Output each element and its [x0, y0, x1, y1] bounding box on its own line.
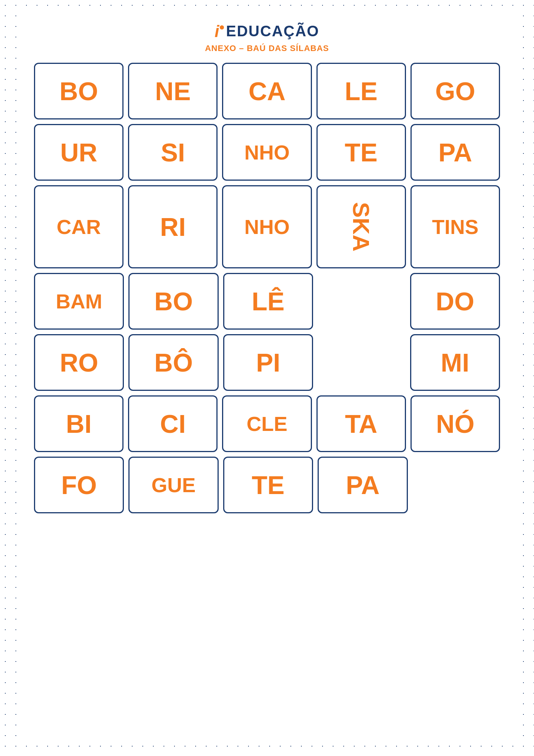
syllable-do: DO	[436, 288, 474, 314]
syllable-te2: TE	[252, 472, 285, 498]
syllable-ska: SKA	[349, 202, 373, 252]
card-bo2: BO	[128, 273, 218, 330]
card-nho1: NHO	[222, 124, 312, 181]
card-ca: CA	[222, 63, 312, 119]
syllable-le2: LÊ	[252, 288, 285, 314]
card-cle: CLE	[222, 395, 312, 452]
card-do: DO	[410, 273, 500, 330]
syllable-mi: MI	[441, 350, 469, 375]
syllable-ri: RI	[160, 214, 186, 240]
card-ri: RI	[128, 185, 218, 268]
syllable-te1: TE	[345, 139, 378, 165]
logo-icon: i	[215, 23, 224, 40]
logo-i-dot	[220, 25, 224, 29]
row-6: BI CI CLE TA NÓ	[34, 395, 500, 452]
syllable-pa1: PA	[438, 139, 472, 165]
row-1: BO NE CA LE GO	[34, 63, 500, 119]
syllable-bo2: BO	[154, 288, 193, 314]
syllable-pa2: PA	[346, 472, 380, 498]
card-car: CAR	[34, 185, 123, 268]
syllable-si: SI	[161, 139, 185, 165]
card-ur: UR	[34, 124, 123, 181]
card-bo: BO	[34, 63, 123, 119]
syllable-bo3: BÔ	[154, 350, 193, 375]
card-ci: CI	[128, 395, 218, 452]
row-2: UR SI NHO TE PA	[34, 124, 500, 181]
syllable-nho1: NHO	[244, 142, 290, 163]
card-ska: SKA	[316, 185, 406, 268]
card-le2: LÊ	[223, 273, 313, 330]
syllable-bi: BI	[66, 411, 92, 437]
syllable-ro: RO	[60, 350, 98, 375]
syllable-bo: BO	[60, 78, 98, 104]
card-ro: RO	[34, 334, 124, 391]
row-7: FO GUE TE PA	[34, 457, 500, 513]
syllable-ne: NE	[155, 78, 191, 104]
logo-area: i EDUCAÇÃO	[34, 23, 500, 40]
header: i EDUCAÇÃO ANEXO – BAÚ DAS SÍLABAS	[34, 23, 500, 53]
card-te2: TE	[223, 457, 313, 513]
syllable-no: NÓ	[436, 411, 474, 437]
card-pa1: PA	[411, 124, 500, 181]
syllable-fo: FO	[61, 472, 97, 498]
card-bam: BAM	[34, 273, 124, 330]
card-pa2: PA	[318, 457, 407, 513]
syllable-bam: BAM	[56, 291, 102, 311]
card-si: SI	[128, 124, 218, 181]
card-go: GO	[411, 63, 500, 119]
syllable-go: GO	[435, 78, 475, 104]
card-bi: BI	[34, 395, 123, 452]
syllable-le: LE	[345, 78, 378, 104]
syllable-car: CAR	[57, 217, 101, 237]
card-no: NÓ	[411, 395, 500, 452]
card-nho2: NHO	[222, 185, 312, 268]
card-mi: MI	[410, 334, 500, 391]
card-te1: TE	[316, 124, 406, 181]
syllable-gue: GUE	[151, 475, 196, 495]
row-4: BAM BO LÊ DO	[34, 273, 500, 330]
syllable-cle: CLE	[247, 414, 287, 434]
syllable-grid: BO NE CA LE GO UR SI NHO	[34, 63, 500, 513]
card-tins: TINS	[411, 185, 500, 268]
logo-text: EDUCAÇÃO	[226, 23, 319, 40]
syllable-ta: TA	[345, 411, 377, 437]
card-pi: PI	[223, 334, 313, 391]
card-bo3: BÔ	[128, 334, 218, 391]
card-fo: FO	[34, 457, 124, 513]
syllable-ur: UR	[60, 139, 97, 165]
card-gue: GUE	[128, 457, 218, 513]
syllable-ci: CI	[160, 411, 186, 437]
logo-i-letter: i	[215, 23, 219, 40]
card-le: LE	[316, 63, 406, 119]
syllable-ca: CA	[248, 78, 286, 104]
main-panel: i EDUCAÇÃO ANEXO – BAÚ DAS SÍLABAS BO NE…	[19, 11, 515, 745]
row-5: RO BÔ PI MI	[34, 334, 500, 391]
card-ne: NE	[128, 63, 218, 119]
page-subtitle: ANEXO – BAÚ DAS SÍLABAS	[34, 43, 500, 53]
syllable-tins: TINS	[432, 217, 478, 237]
row-3: CAR RI NHO SKA TINS	[34, 185, 500, 268]
syllable-pi: PI	[256, 350, 280, 375]
card-ta: TA	[316, 395, 406, 452]
syllable-nho2: NHO	[244, 217, 290, 237]
